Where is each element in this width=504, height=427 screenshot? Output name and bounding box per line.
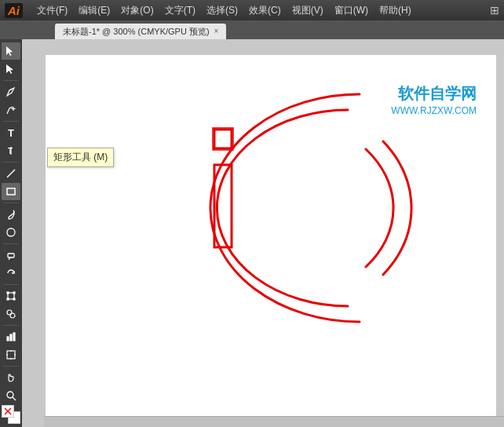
svg-line-27 (13, 397, 16, 400)
svg-rect-19 (10, 334, 12, 341)
direct-selection-tool-button[interactable] (2, 60, 20, 78)
menu-effect[interactable]: 效果(C) (244, 2, 286, 19)
paintbrush-tool-button[interactable] (2, 206, 20, 223)
vertical-type-tool-button[interactable]: T (2, 142, 20, 159)
svg-rect-12 (7, 292, 9, 294)
artwork-svg (77, 78, 454, 338)
tooltip-text: 矩形工具 (M) (53, 151, 108, 162)
eraser-tool-button[interactable] (2, 246, 20, 264)
menu-window[interactable]: 窗口(W) (330, 2, 373, 19)
svg-rect-21 (7, 351, 15, 359)
title-bar: Ai 文件(F) 编辑(E) 对象(O) 文字(T) 选择(S) 效果(C) 视… (0, 0, 504, 20)
toolbar-separator-2 (3, 121, 19, 122)
svg-rect-20 (13, 333, 15, 341)
menu-edit[interactable]: 编辑(E) (74, 2, 115, 19)
free-transform-tool-button[interactable] (2, 287, 20, 305)
tab-label: 未标题-1* @ 300% (CMYK/GPU 预览) (63, 26, 210, 38)
menu-view[interactable]: 视图(V) (287, 2, 328, 19)
svg-rect-13 (13, 292, 15, 294)
svg-point-26 (7, 392, 13, 398)
rectangle-tool-button[interactable] (2, 183, 20, 200)
toolbar-separator-7 (3, 325, 19, 326)
canvas-area[interactable]: 软件自学网 WWW.RJZXW.COM (22, 39, 504, 427)
selection-tool-button[interactable] (2, 42, 20, 60)
menu-select[interactable]: 选择(S) (202, 2, 243, 19)
add-anchor-tool-button[interactable] (2, 101, 20, 119)
menu-bar: 文件(F) 编辑(E) 对象(O) 文字(T) 选择(S) 效果(C) 视图(V… (32, 2, 484, 19)
menu-file[interactable]: 文件(F) (32, 2, 72, 19)
svg-line-2 (9, 89, 13, 90)
zoom-tool-button[interactable] (2, 387, 20, 404)
hand-tool-button[interactable] (2, 369, 20, 386)
swatch-stack (2, 405, 20, 424)
svg-rect-18 (7, 337, 9, 341)
svg-rect-33 (213, 128, 233, 150)
svg-rect-9 (8, 254, 14, 257)
shape-builder-tool-button[interactable] (2, 305, 20, 323)
svg-rect-31 (214, 130, 232, 148)
svg-marker-0 (6, 46, 13, 56)
tab-close-button[interactable]: × (214, 27, 219, 35)
svg-line-7 (7, 170, 15, 177)
menu-type[interactable]: 文字(T) (160, 2, 200, 19)
blob-brush-tool-button[interactable] (2, 224, 20, 241)
workspace-switcher-icon[interactable]: ⊞ (490, 4, 499, 16)
toolbar-separator-1 (3, 80, 19, 81)
menu-object[interactable]: 对象(O) (116, 2, 158, 19)
app-logo: Ai (5, 3, 23, 18)
toolbar-separator-4 (3, 203, 19, 203)
toolbar-separator-8 (3, 366, 19, 367)
tab-bar: 未标题-1* @ 300% (CMYK/GPU 预览) × (0, 20, 504, 39)
toolbar-separator-5 (3, 243, 19, 244)
menu-help[interactable]: 帮助(H) (374, 2, 416, 19)
pen-tool-button[interactable] (2, 83, 20, 100)
toolbar-separator-3 (3, 162, 19, 162)
svg-rect-8 (7, 188, 15, 195)
svg-marker-1 (6, 64, 13, 74)
line-segment-tool-button[interactable] (2, 165, 20, 182)
svg-point-17 (10, 313, 15, 318)
color-area (0, 405, 22, 427)
svg-rect-15 (13, 298, 15, 300)
bottom-scrollbar[interactable] (44, 416, 504, 427)
type-tool-button[interactable]: T (2, 124, 20, 141)
left-toolbar: T T (0, 39, 22, 427)
svg-text:T: T (8, 147, 13, 155)
canvas-background: 软件自学网 WWW.RJZXW.COM (46, 55, 496, 419)
tooltip: 矩形工具 (M) (47, 148, 114, 167)
fill-swatch[interactable] (2, 405, 14, 418)
svg-rect-14 (7, 298, 9, 300)
rotate-tool-button[interactable] (2, 265, 20, 282)
graph-tool-button[interactable] (2, 328, 20, 345)
document-tab[interactable]: 未标题-1* @ 300% (CMYK/GPU 预览) × (55, 24, 226, 39)
main-area: T T (0, 39, 504, 427)
artboard-tool-button[interactable] (2, 346, 20, 363)
toolbar-separator-6 (3, 284, 19, 285)
